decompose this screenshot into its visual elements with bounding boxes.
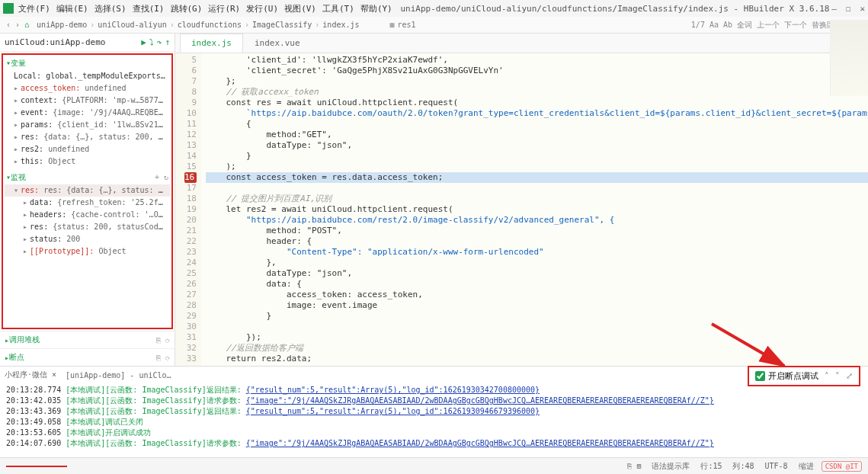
console-line: 20:13:43.369 [本地调试][云函数: ImageClassify]返… <box>6 406 862 417</box>
menu-view[interactable]: 视图(V) <box>284 3 316 14</box>
debug-variables-panel: ▾ 变量 Local: global._tempModuleExports.ex… <box>2 53 173 329</box>
breadcrumb[interactable]: uniCloud-aliyun <box>98 21 166 29</box>
watch-row[interactable]: ▸status: 200 <box>5 233 170 245</box>
console-line: 20:13:49.058 [本地调试]调试已关闭 <box>6 417 862 428</box>
watch-row[interactable]: ▸headers: {cache-control: '…OR IVA OUR I… <box>5 209 170 221</box>
forward-icon[interactable]: › <box>15 21 20 29</box>
watch-row[interactable]: ▸data: {refresh_token: '25.2f…rtapp_gov_… <box>5 197 170 209</box>
breadcrumb[interactable]: ImageClassify <box>252 21 312 29</box>
chevron-up-icon[interactable]: ˄ <box>825 371 829 381</box>
watermark-badge: CSDN @IT <box>822 461 862 472</box>
menu-goto[interactable]: 跳转(G) <box>171 3 203 14</box>
menu-publish[interactable]: 发行(U) <box>246 3 278 14</box>
variable-row[interactable]: ▸access_token: undefined <box>5 82 170 94</box>
variable-row[interactable]: ▸params: {client_id: '1lw…8Sv21uAxG0G3Np… <box>5 119 170 131</box>
copy-icon[interactable]: ⎘ ⟳ <box>156 336 170 344</box>
split-icon[interactable]: ⊞ <box>636 462 641 470</box>
indent[interactable]: 缩进 <box>799 461 814 472</box>
line-indicator: 行:15 <box>700 461 722 472</box>
word-toggle[interactable]: Ab <box>723 21 732 29</box>
tab-indexjs[interactable]: index.js <box>180 34 243 53</box>
watch-row[interactable]: ▸[[Prototype]]: Object <box>5 245 170 258</box>
close-icon[interactable]: ✕ <box>860 4 865 14</box>
maximize-icon[interactable]: ☐ <box>846 4 851 14</box>
annotation-underline <box>6 466 67 467</box>
copy-icon[interactable]: ⎘ <box>627 462 632 470</box>
breakpoint-debug-checkbox[interactable] <box>755 371 765 381</box>
section-breakpoints[interactable]: 断点 <box>9 352 24 363</box>
add-icon[interactable]: + ↻ <box>155 172 168 183</box>
menu-run[interactable]: 运行(R) <box>208 3 240 14</box>
console-line: 20:13:53.605 [本地调试]开启调试成功 <box>6 428 862 438</box>
app-logo-icon <box>3 3 14 14</box>
menu-edit[interactable]: 编辑(E) <box>56 3 88 14</box>
next-match[interactable]: 下一个 <box>784 20 807 30</box>
minimize-icon[interactable]: — <box>831 4 837 14</box>
breadcrumb[interactable]: index.js <box>322 21 359 29</box>
menu-help[interactable]: 帮助(Y) <box>360 3 392 14</box>
chevron-down-icon[interactable]: ˅ <box>835 371 840 381</box>
encoding[interactable]: UTF-8 <box>765 462 788 470</box>
window-title: uniApp-demo/uniCloud-aliyun/cloudfunctio… <box>399 4 831 14</box>
back-icon[interactable]: ‹ <box>6 21 11 29</box>
prev-match[interactable]: 上一个 <box>757 20 780 30</box>
match-count: 1/7 <box>691 21 705 29</box>
console-panel: 小程序·微信 × [uniApp-demo] - uniClo… 20:13:2… <box>0 366 868 457</box>
breakpoint-debug-label: 开启断点调试 <box>768 370 818 382</box>
tab-indexvue[interactable]: index.vue <box>243 34 312 53</box>
variable-row[interactable]: ▸res2: undefined <box>5 143 170 155</box>
enable-breakpoint-debug[interactable]: 开启断点调试 ˄ ˅ ⤢ <box>748 366 860 386</box>
watch-row[interactable]: ▸res: {status: 200, statusCod…headers: {… <box>5 221 170 233</box>
line-gutter: 5678910111213141516171819202122232425262… <box>175 53 201 366</box>
status-bar: ⎘ ⊞ 语法提示库 行:15 列:48 UTF-8 缩进 CSDN @IT <box>0 457 868 474</box>
whole-word[interactable]: 全词 <box>737 20 752 30</box>
code-editor[interactable]: 5678910111213141516171819202122232425262… <box>175 53 868 366</box>
editor-tabs: index.js index.vue <box>175 34 868 53</box>
collapse-icon[interactable]: ⤢ <box>846 371 853 381</box>
watch-head[interactable]: ▾res: res: {data: {…}, status: 200, head… <box>5 184 170 197</box>
menu-find[interactable]: 查找(I) <box>133 3 165 14</box>
console-line: 20:14:07.690 [本地调试][云函数: ImageClassify]请… <box>6 438 862 449</box>
step-out-icon[interactable]: ↑ <box>165 37 170 47</box>
project-name[interactable]: uniCloud:uniApp-demo <box>5 37 141 47</box>
menu-select[interactable]: 选择(S) <box>94 3 127 14</box>
section-watch: 监视 <box>11 172 26 183</box>
case-toggle[interactable]: Aa <box>709 21 719 29</box>
console-line: 20:13:28.774 [本地调试][云函数: ImageClassify]返… <box>6 385 862 396</box>
section-variables: 变量 <box>11 58 26 69</box>
breadcrumb-bar: ‹ › ⌂ uniApp-demo› uniCloud-aliyun› clou… <box>0 17 868 34</box>
col-indicator: 列:48 <box>732 461 754 472</box>
section-callstack[interactable]: 调用堆栈 <box>9 335 40 345</box>
variable-row[interactable]: ▸event: {image: '/9j/4AAQ…REQBERAEREAREQ… <box>5 107 170 119</box>
menu-tools[interactable]: 工具(T) <box>322 3 354 14</box>
run-icon[interactable]: ▶ <box>141 37 146 47</box>
console-tab-uniapp[interactable]: [uniApp-demo] - uniClo… <box>66 371 171 380</box>
syntax-lib[interactable]: 语法提示库 <box>652 461 690 472</box>
menu-file[interactable]: 文件(F) <box>18 3 50 14</box>
step-over-icon[interactable]: ↷ <box>157 37 162 47</box>
minimap[interactable] <box>830 20 868 96</box>
console-tab-wechat[interactable]: 小程序·微信 × <box>5 370 56 380</box>
variable-row[interactable]: ▸context: {PLATFORM: 'mp-w…5877772', sce… <box>5 94 170 107</box>
menu-bar: 文件(F) 编辑(E) 选择(S) 查找(I) 跳转(G) 运行(R) 发行(U… <box>0 0 868 17</box>
breadcrumb[interactable]: cloudfunctions <box>178 21 242 29</box>
local-scope[interactable]: Local: global._tempModuleExports.exports… <box>5 70 170 82</box>
console-line: 20:13:42.035 [本地调试][云函数: ImageClassify]请… <box>6 396 862 406</box>
variable-row[interactable]: ▸this: Object <box>5 155 170 168</box>
breadcrumb[interactable]: uniApp-demo <box>37 21 87 29</box>
step-icon[interactable]: ⤵ <box>149 37 154 47</box>
variable-row[interactable]: ▸res: {data: {…}, status: 200, headers: … <box>5 131 170 143</box>
home-icon[interactable]: ⌂ <box>24 21 29 29</box>
search-label: res1 <box>398 21 416 29</box>
